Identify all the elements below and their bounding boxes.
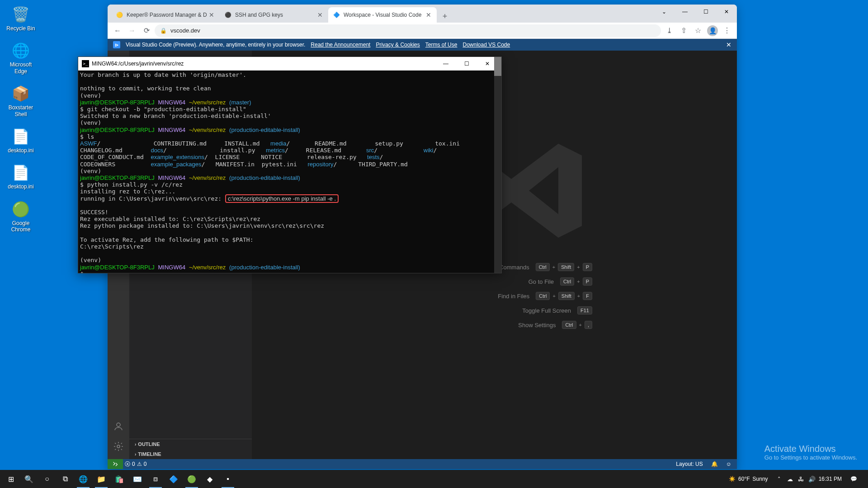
recycle-bin-icon: 🗑️ xyxy=(11,5,31,24)
shortcut-fullscreen: Toggle Full ScreenF11 xyxy=(522,306,592,314)
tabs-area: 🟡Keeper® Password Manager & D✕ ⚫SSH and … xyxy=(108,7,654,23)
taskbar-mail[interactable]: ✉️ xyxy=(128,470,146,488)
shortcut-go-to-file: Go to FileCtrl+P xyxy=(528,277,592,286)
back-button[interactable]: ← xyxy=(111,24,124,37)
timeline-section[interactable]: ›TIMELINE xyxy=(129,449,252,459)
bookmark-icon[interactable]: ☆ xyxy=(692,24,704,37)
vscode-icon: ⊳ xyxy=(113,41,120,48)
search-button[interactable]: 🔍 xyxy=(20,470,38,488)
terminal-scrollbar[interactable] xyxy=(494,57,501,273)
settings-icon[interactable] xyxy=(108,437,129,455)
key: Ctrl xyxy=(536,263,550,271)
terminal-titlebar[interactable]: >_ MINGW64:/c/Users/javrin/venv/src/rez … xyxy=(78,57,501,70)
edge-icon: 🌐 xyxy=(11,41,31,61)
tray-network-icon[interactable]: 🖧 xyxy=(797,475,805,483)
taskbar-app[interactable]: ◆ xyxy=(201,470,219,488)
maximize-button[interactable]: ☐ xyxy=(456,57,477,70)
tab-vscode[interactable]: 🔷Workspace - Visual Studio Code✕ xyxy=(328,7,437,23)
tray-chevron-icon[interactable]: ˄ xyxy=(775,475,783,483)
terminal-icon: >_ xyxy=(82,60,89,67)
maximize-button[interactable]: ☐ xyxy=(695,5,716,19)
url-text: vscode.dev xyxy=(170,27,200,34)
profile-button[interactable]: 👤 xyxy=(706,24,719,37)
scrollbar-thumb[interactable] xyxy=(494,57,501,76)
tab-github-ssh[interactable]: ⚫SSH and GPG keys✕ xyxy=(220,7,328,23)
status-notifications-icon[interactable]: 🔔 xyxy=(709,461,720,467)
key: F11 xyxy=(577,306,592,314)
chrome-window-controls: ⌄ — ☐ ✕ xyxy=(654,5,737,19)
install-app-icon[interactable]: ⤓ xyxy=(663,24,675,37)
activate-windows-watermark: Activate Windows Go to Settings to activ… xyxy=(764,444,857,461)
action-center-button[interactable]: 💬 xyxy=(844,470,863,488)
menu-button[interactable]: ⋮ xyxy=(721,24,733,37)
tab-title: Keeper® Password Manager & D xyxy=(127,12,208,18)
address-bar[interactable]: 🔒vscode.dev xyxy=(155,24,661,37)
close-icon[interactable]: ✕ xyxy=(425,11,432,19)
outline-section[interactable]: ›OUTLINE xyxy=(129,439,252,449)
chrome-icon: 🟢 xyxy=(11,199,31,219)
icon-label: Google Chrome xyxy=(4,220,38,233)
lock-icon: 🔒 xyxy=(160,28,167,34)
taskbar-powershell[interactable]: ⧈ xyxy=(146,470,165,488)
forward-button[interactable]: → xyxy=(126,24,138,37)
share-icon[interactable]: ⇧ xyxy=(677,24,690,37)
vscode-preview-banner: ⊳ Visual Studio Code (Preview). Anywhere… xyxy=(108,39,737,51)
desktop-icon-ini-1[interactable]: 📄desktop.ini xyxy=(4,127,38,154)
status-feedback-icon[interactable]: ☺ xyxy=(724,461,733,467)
system-tray: ☀️60°FSunny ˄ ☁ 🖧 🔊 16:31 PM 💬 xyxy=(729,470,866,488)
banner-link-announcement[interactable]: Read the Announcement xyxy=(311,42,370,48)
taskbar-clock[interactable]: 16:31 PM xyxy=(819,476,842,482)
desktop-icon-boxstarter[interactable]: 📦Boxstarter Shell xyxy=(4,84,38,117)
sun-icon: ☀️ xyxy=(729,476,736,482)
desktop-icon-ini-2[interactable]: 📄desktop.ini xyxy=(4,163,38,190)
desktop-icon-chrome[interactable]: 🟢Google Chrome xyxy=(4,199,38,233)
terminal-window-controls: — ☐ ✕ xyxy=(435,57,498,70)
desktop-icons: 🗑️Recycle Bin 🌐Microsoft Edge 📦Boxstarte… xyxy=(4,5,38,233)
remote-indicator[interactable] xyxy=(108,459,123,469)
key: Shift xyxy=(558,263,574,271)
task-view-button[interactable]: ⧉ xyxy=(56,470,74,488)
tray-volume-icon[interactable]: 🔊 xyxy=(808,475,816,483)
close-icon[interactable]: ✕ xyxy=(316,11,324,19)
taskbar-terminal[interactable]: ▪ xyxy=(219,470,237,488)
taskbar-edge[interactable]: 🌐 xyxy=(74,470,92,488)
shortcut-label: Show Settings xyxy=(518,322,556,328)
chrome-toolbar: ← → ⟳ 🔒vscode.dev ⤓ ⇧ ☆ 👤 ⋮ xyxy=(108,23,737,39)
shortcut-settings: Show SettingsCtrl+, xyxy=(518,321,592,329)
banner-link-terms[interactable]: Terms of Use xyxy=(425,42,458,48)
cortana-button[interactable]: ○ xyxy=(38,470,56,488)
taskbar-weather[interactable]: ☀️60°FSunny xyxy=(729,476,768,482)
shortcut-label: Toggle Full Screen xyxy=(522,307,571,314)
new-tab-button[interactable]: + xyxy=(439,10,451,23)
section-label: TIMELINE xyxy=(138,451,161,457)
key: , xyxy=(585,321,592,329)
shortcut-label: Find in Files xyxy=(498,293,529,300)
desktop-icon-recycle-bin[interactable]: 🗑️Recycle Bin xyxy=(4,5,38,32)
banner-link-privacy[interactable]: Privacy & Cookies xyxy=(376,42,420,48)
close-button[interactable]: ✕ xyxy=(716,5,737,19)
reload-button[interactable]: ⟳ xyxy=(140,24,153,37)
taskbar-vscode[interactable]: 🔷 xyxy=(165,470,183,488)
taskbar-explorer[interactable]: 📁 xyxy=(92,470,110,488)
minimize-button[interactable]: — xyxy=(435,57,456,70)
tab-keeper[interactable]: 🟡Keeper® Password Manager & D✕ xyxy=(111,7,220,23)
terminal-output[interactable]: Your branch is up to date with 'origin/m… xyxy=(78,70,501,273)
chrome-min-button[interactable]: ⌄ xyxy=(654,5,675,19)
desktop-icon-edge[interactable]: 🌐Microsoft Edge xyxy=(4,41,38,75)
avatar-icon: 👤 xyxy=(707,25,718,36)
banner-close-button[interactable]: ✕ xyxy=(726,41,731,48)
banner-link-download[interactable]: Download VS Code xyxy=(462,42,510,48)
icon-label: desktop.ini xyxy=(8,183,33,190)
status-layout[interactable]: Layout: US xyxy=(674,461,704,467)
taskbar-store[interactable]: 🛍️ xyxy=(110,470,128,488)
minimize-button[interactable]: — xyxy=(675,5,695,19)
status-problems[interactable]: ⓧ0⚠0 xyxy=(123,460,148,468)
activate-subtitle: Go to Settings to activate Windows. xyxy=(764,454,857,461)
key: Ctrl xyxy=(562,321,576,329)
start-button[interactable]: ⊞ xyxy=(2,470,20,488)
accounts-icon[interactable] xyxy=(108,418,129,436)
tab-title: Workspace - Visual Studio Code xyxy=(344,12,425,18)
close-icon[interactable]: ✕ xyxy=(208,11,215,19)
tray-onedrive-icon[interactable]: ☁ xyxy=(786,475,794,483)
taskbar-chrome[interactable]: 🟢 xyxy=(183,470,201,488)
